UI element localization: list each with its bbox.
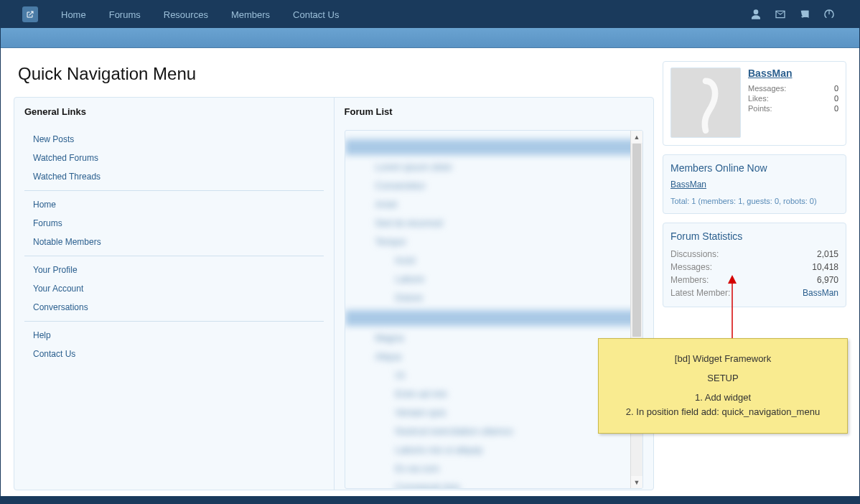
stat-discussions: Discussions: 2,015 — [670, 248, 838, 261]
forum-stats-heading: Forum Statistics — [670, 230, 838, 242]
nav-forums[interactable]: Forums — [99, 2, 151, 27]
stat-label: Points: — [748, 104, 772, 113]
stat-value: 0 — [834, 104, 838, 113]
link-contact-us[interactable]: Contact Us — [33, 345, 324, 363]
svg-point-0 — [704, 126, 707, 129]
scroll-up-arrow[interactable]: ▲ — [631, 131, 642, 143]
link-your-account[interactable]: Your Account — [33, 279, 324, 298]
forum-list-heading: Forum List — [345, 106, 644, 117]
link-watched-forums[interactable]: Watched Forums — [33, 149, 324, 167]
stat-latest-member: Latest Member: BassMan — [670, 286, 838, 299]
link-conversations[interactable]: Conversations — [33, 298, 324, 317]
stat-value: 6,970 — [817, 275, 838, 285]
stat-points: Points: 0 — [748, 103, 838, 113]
nav-resources[interactable]: Resources — [154, 2, 218, 27]
forum-list-blurred-content: Lorem ipsum dolor Consectetur Amet Sed d… — [345, 131, 643, 489]
stat-likes: Likes: 0 — [748, 93, 838, 103]
link-notable-members[interactable]: Notable Members — [33, 233, 324, 251]
general-links-heading: General Links — [24, 106, 324, 117]
nav-members[interactable]: Members — [221, 2, 280, 27]
nav-contact[interactable]: Contact Us — [283, 2, 349, 27]
forum-statistics-block: Forum Statistics Discussions: 2,015 Mess… — [663, 223, 846, 307]
logo-icon[interactable] — [22, 6, 38, 22]
callout-title: [bd] Widget Framework — [609, 352, 837, 367]
link-help[interactable]: Help — [33, 326, 324, 345]
nav-right-icons — [746, 4, 854, 24]
stat-label: Messages: — [670, 262, 712, 272]
scroll-thumb[interactable] — [632, 144, 641, 337]
link-watched-threads[interactable]: Watched Threads — [33, 167, 324, 186]
subnav-bar — [1, 28, 859, 48]
link-forums[interactable]: Forums — [33, 214, 324, 233]
stat-members-total: Members: 6,970 — [670, 274, 838, 286]
user-icon[interactable] — [746, 4, 766, 24]
link-home[interactable]: Home — [33, 195, 324, 214]
bottom-bar — [1, 496, 859, 503]
stat-messages: Messages: 0 — [748, 83, 838, 93]
page-title: Quick Navigation Menu — [18, 64, 654, 84]
members-online-heading: Members Online Now — [670, 162, 838, 174]
scroll-down-arrow[interactable]: ▼ — [631, 476, 642, 488]
stat-label: Discussions: — [670, 249, 719, 259]
quick-nav-panel: General Links New Posts Watched Forums W… — [14, 97, 654, 490]
nav-home[interactable]: Home — [51, 2, 96, 27]
link-your-profile[interactable]: Your Profile — [33, 261, 324, 279]
stat-value: 2,015 — [817, 249, 838, 259]
callout-subtitle: SETUP — [609, 371, 837, 386]
stat-value: 0 — [834, 94, 838, 103]
stat-messages-total: Messages: 10,418 — [670, 261, 838, 274]
online-total: Total: 1 (members: 1, guests: 0, robots:… — [670, 197, 817, 205]
stat-value: 0 — [834, 84, 838, 93]
stat-label: Latest Member: — [670, 288, 730, 298]
callout-step2: 2. In position field add: quick_navigati… — [609, 405, 837, 420]
link-new-posts[interactable]: New Posts — [33, 130, 324, 149]
avatar[interactable] — [670, 67, 741, 138]
annotation-callout: [bd] Widget Framework SETUP 1. Add widge… — [598, 338, 848, 434]
forum-list-scroll[interactable]: Lorem ipsum dolor Consectetur Amet Sed d… — [345, 130, 644, 489]
latest-member-link[interactable]: BassMan — [803, 288, 838, 298]
visitor-panel: BassMan Messages: 0 Likes: 0 Points: 0 — [663, 61, 846, 146]
visitor-username[interactable]: BassMan — [748, 67, 838, 79]
scrollbar[interactable]: ▲ ▼ — [630, 131, 642, 488]
stat-label: Likes: — [748, 94, 769, 103]
alerts-icon[interactable] — [795, 4, 815, 24]
navbar: Home Forums Resources Members Contact Us — [1, 1, 859, 28]
inbox-icon[interactable] — [770, 4, 790, 24]
general-links-list: New Posts Watched Forums Watched Threads… — [24, 130, 324, 363]
stat-label: Members: — [670, 275, 709, 285]
callout-step1: 1. Add widget — [609, 391, 837, 406]
logout-icon[interactable] — [819, 4, 839, 24]
stat-value: 10,418 — [812, 262, 838, 272]
nav-links: Home Forums Resources Members Contact Us — [51, 2, 349, 27]
online-member-link[interactable]: BassMan — [670, 179, 838, 190]
members-online-block: Members Online Now BassMan Total: 1 (mem… — [663, 154, 846, 214]
stat-label: Messages: — [748, 84, 786, 93]
